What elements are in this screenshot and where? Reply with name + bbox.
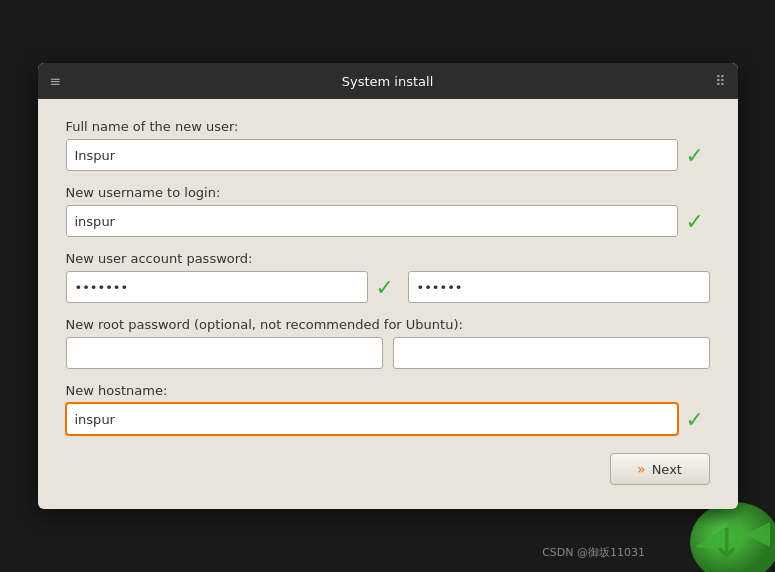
titlebar: ≡ System install ⠿ xyxy=(38,63,738,99)
next-button[interactable]: » Next xyxy=(610,453,710,485)
username-field-group: New username to login: ✓ xyxy=(66,185,710,237)
fullname-check-icon: ✓ xyxy=(686,143,710,168)
root-password-label: New root password (optional, not recomme… xyxy=(66,317,710,332)
hostname-field-group: New hostname: ✓ xyxy=(66,383,710,435)
window-controls-icon[interactable]: ⠿ xyxy=(715,73,725,89)
next-button-label: Next xyxy=(652,462,682,477)
hostname-label: New hostname: xyxy=(66,383,710,398)
username-check-icon: ✓ xyxy=(686,209,710,234)
fullname-field-group: Full name of the new user: ✓ xyxy=(66,119,710,171)
root-password-input-row xyxy=(66,337,710,369)
fullname-input[interactable] xyxy=(66,139,678,171)
window-title: System install xyxy=(342,74,434,89)
username-input-row: ✓ xyxy=(66,205,710,237)
password-field-group: New user account password: ✓ xyxy=(66,251,710,303)
form-content: Full name of the new user: ✓ New usernam… xyxy=(38,99,738,509)
svg-marker-1 xyxy=(695,517,770,552)
fullname-label: Full name of the new user: xyxy=(66,119,710,134)
watermark: CSDN @御坂11031 xyxy=(542,545,645,560)
password-input-row: ✓ xyxy=(66,271,710,303)
hostname-input[interactable] xyxy=(66,403,678,435)
next-chevron-icon: » xyxy=(637,461,646,477)
username-label: New username to login: xyxy=(66,185,710,200)
hostname-check-icon: ✓ xyxy=(686,407,710,432)
password-confirm-input[interactable] xyxy=(408,271,710,303)
svg-text:↓: ↓ xyxy=(710,520,744,566)
root-password-field-group: New root password (optional, not recomme… xyxy=(66,317,710,369)
password-label: New user account password: xyxy=(66,251,710,266)
username-input[interactable] xyxy=(66,205,678,237)
hostname-input-row: ✓ xyxy=(66,403,710,435)
system-install-window: ≡ System install ⠿ Full name of the new … xyxy=(38,63,738,509)
button-row: » Next xyxy=(66,453,710,485)
password-input[interactable] xyxy=(66,271,368,303)
root-password-confirm-input[interactable] xyxy=(393,337,710,369)
svg-point-0 xyxy=(690,502,775,572)
root-password-input[interactable] xyxy=(66,337,383,369)
fullname-input-row: ✓ xyxy=(66,139,710,171)
window-menu-icon[interactable]: ≡ xyxy=(50,73,62,89)
password-check-icon: ✓ xyxy=(376,275,400,300)
